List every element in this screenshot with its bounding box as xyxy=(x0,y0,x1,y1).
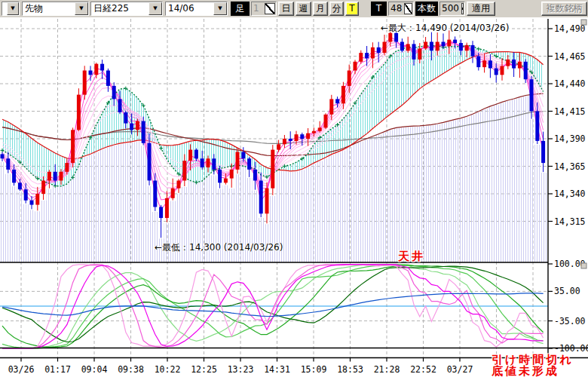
symbol-value: 日経225 xyxy=(91,2,149,15)
spinner-icon[interactable] xyxy=(265,3,275,14)
svg-text:01:17: 01:17 xyxy=(44,364,71,375)
chevron-down-icon[interactable]: ▼ xyxy=(213,2,227,15)
bars-label: 本数 xyxy=(415,2,438,16)
spinner-icon[interactable] xyxy=(461,3,464,14)
svg-text:09:38: 09:38 xyxy=(118,364,144,375)
svg-text:14:31: 14:31 xyxy=(264,364,290,375)
svg-text:10:22: 10:22 xyxy=(155,364,181,375)
svg-text:12:25: 12:25 xyxy=(191,364,217,375)
low-annotation: ←最低：14,300 (2014/03/26) xyxy=(155,241,283,254)
svg-text:14,415: 14,415 xyxy=(554,106,586,117)
chart-canvas[interactable]: 14,49014,46514,44014,41514,39014,36514,3… xyxy=(0,17,588,377)
svg-text:03/26: 03/26 xyxy=(8,364,35,375)
toolbar: ▼ 先物 ▼ 日経225 ▼ 14/06 ▼ 足 1 日 週 月 分 T T 4… xyxy=(0,0,588,18)
interval-value: 1 xyxy=(252,2,264,15)
count-value: 500 xyxy=(440,2,461,15)
svg-text:09:04: 09:04 xyxy=(81,364,108,375)
count-spinner[interactable]: 500 xyxy=(439,2,465,16)
chart-region: 14,49014,46514,44014,41514,39014,36514,3… xyxy=(0,17,588,377)
mini-dropdown[interactable]: ▼ xyxy=(2,2,20,16)
chevron-down-icon[interactable]: ▼ xyxy=(149,2,162,15)
svg-text:14,340: 14,340 xyxy=(554,188,586,199)
bars-spinner[interactable]: 48 xyxy=(388,2,414,16)
symbol-select[interactable]: 日経225 ▼ xyxy=(90,2,163,16)
period-month-button[interactable]: 月 xyxy=(313,2,328,16)
svg-text:14,315: 14,315 xyxy=(554,216,586,227)
svg-text:15:09: 15:09 xyxy=(301,364,327,375)
contract-month-value: 14/06 xyxy=(166,2,213,15)
ceiling-annotation: 天井 xyxy=(398,250,425,264)
svg-text:35.00: 35.00 xyxy=(554,286,580,296)
chart-application: ▼ 先物 ▼ 日経225 ▼ 14/06 ▼ 足 1 日 週 月 分 T T 4… xyxy=(0,0,588,377)
chevron-down-icon[interactable]: ▼ xyxy=(75,2,88,15)
contract-month-select[interactable]: 14/06 ▼ xyxy=(165,2,228,16)
svg-text:18:53: 18:53 xyxy=(337,364,363,375)
ashi-label: 足 xyxy=(231,2,250,16)
period-week-button[interactable]: 週 xyxy=(296,2,311,16)
note-line2-annotation: 底値未形成 xyxy=(492,364,559,377)
tick-mode-button[interactable]: T xyxy=(345,2,359,16)
svg-text:14,465: 14,465 xyxy=(554,51,586,62)
instrument-type-select[interactable]: 先物 ▼ xyxy=(22,2,89,16)
svg-text:-35.00: -35.00 xyxy=(554,316,586,326)
svg-text:22:52: 22:52 xyxy=(410,364,436,375)
svg-text:14,490: 14,490 xyxy=(554,23,586,34)
spinner-icon[interactable] xyxy=(404,3,412,14)
tick-label: T xyxy=(371,2,387,16)
multi-symbol-button[interactable]: 複数銘柄 xyxy=(541,2,587,16)
apply-button[interactable]: 適用 xyxy=(467,2,495,16)
period-day-button[interactable]: 日 xyxy=(278,2,294,16)
svg-text:21:28: 21:28 xyxy=(374,364,400,375)
svg-text:14,440: 14,440 xyxy=(554,78,586,89)
period-minute-button[interactable]: 分 xyxy=(329,2,344,16)
svg-text:03/27: 03/27 xyxy=(447,364,473,375)
bars-value: 48 xyxy=(389,2,403,15)
svg-text:100.00: 100.00 xyxy=(554,259,586,269)
svg-text:14,390: 14,390 xyxy=(554,133,586,144)
chevron-down-icon[interactable]: ▼ xyxy=(7,2,19,15)
instrument-type-value: 先物 xyxy=(23,2,75,15)
high-annotation: ←最大：14,490 (2014/03/26) xyxy=(381,22,509,35)
svg-text:13:23: 13:23 xyxy=(228,364,254,375)
svg-text:-100.00: -100.00 xyxy=(554,343,588,354)
interval-spinner[interactable]: 1 xyxy=(251,2,277,16)
svg-text:14,365: 14,365 xyxy=(554,161,586,172)
